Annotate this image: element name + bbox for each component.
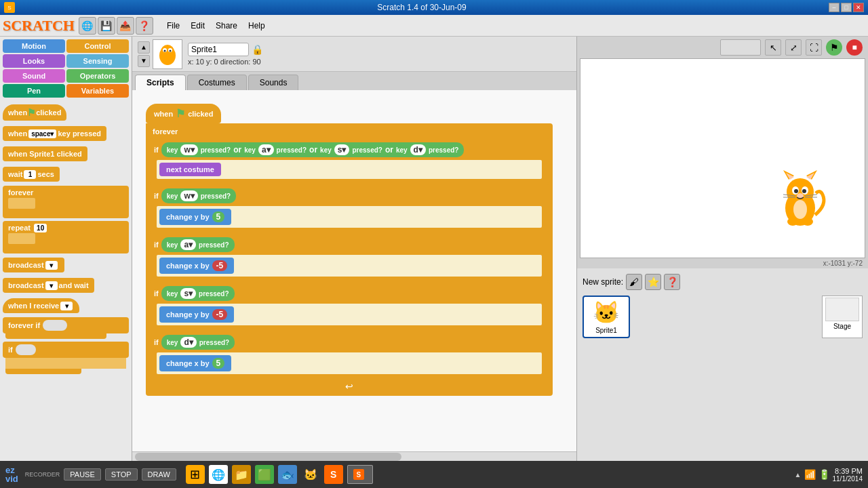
sprite-thumbnail xyxy=(153,39,182,69)
if-body-1: next costume xyxy=(157,160,542,179)
share-menu[interactable]: Share xyxy=(210,20,243,32)
fullscreen-tool[interactable]: ⛶ xyxy=(806,39,822,56)
horizontal-scrollbar[interactable] xyxy=(132,451,576,461)
sprite-tray: New sprite: 🖌 ⭐ ❓ 🐱 Sprite1 Stage xyxy=(577,268,868,461)
share-icon[interactable]: 📤 xyxy=(117,17,134,35)
change-y-neg5-block[interactable]: change y by -5 xyxy=(159,306,234,323)
pause-btn[interactable]: PAUSE xyxy=(64,468,100,481)
looks-category[interactable]: Looks xyxy=(3,54,65,68)
paint-sprite-btn[interactable]: 🖌 xyxy=(626,274,642,290)
sprite-name-input[interactable] xyxy=(188,43,249,56)
when-key-pressed-block[interactable]: when space▾ key pressed xyxy=(3,126,106,141)
when-receive-block[interactable]: when I receive ▾ xyxy=(3,298,79,313)
main-script: when ⚑ clicked forever if key w▾ pressed… xyxy=(146,104,553,396)
broadcast-wait-block[interactable]: broadcast ▾ and wait xyxy=(3,278,94,293)
stage-panel: ↖ ⤢ ⛶ ⚑ ■ xyxy=(576,37,868,461)
stop-button[interactable]: ■ xyxy=(846,39,863,56)
prev-sprite-btn[interactable]: ▲ xyxy=(138,41,150,54)
draw-btn[interactable]: DRAW xyxy=(142,468,176,481)
sprite1-label: Sprite1 xyxy=(595,327,617,334)
close-button[interactable]: ✕ xyxy=(853,3,864,12)
folder-taskbar[interactable]: 📁 xyxy=(232,465,251,484)
app2-taskbar[interactable]: 🐟 xyxy=(278,465,297,484)
tab-costumes[interactable]: Costumes xyxy=(187,75,247,90)
if-header-3: if key a▾ pressed? xyxy=(151,236,547,253)
when-clicked-block[interactable]: when ⚑ clicked xyxy=(3,104,66,121)
bottom-bar: ez vid RECORDER PAUSE STOP DRAW ⊞ 🌐 📁 🟩 … xyxy=(0,461,868,488)
sound-category[interactable]: Sound xyxy=(3,69,65,83)
if-body-5: change x by 5 xyxy=(157,352,542,374)
tab-sounds[interactable]: Sounds xyxy=(248,75,299,90)
stage-coords: x:-1031 y:-72 xyxy=(577,258,868,268)
sensing-category[interactable]: Sensing xyxy=(66,54,129,68)
next-sprite-btn[interactable]: ▼ xyxy=(138,55,150,67)
active-window-btn[interactable]: S xyxy=(347,465,373,484)
if-block-4: if key s▾ pressed? change y by -5 xyxy=(149,282,550,329)
operators-category[interactable]: Operators xyxy=(66,69,129,83)
sprite-coords: x: 10 y: 0 direction: 90 xyxy=(188,58,263,66)
if-header-2: if key w▾ pressed? xyxy=(151,187,547,205)
green-flag-button[interactable]: ⚑ xyxy=(826,39,842,56)
lock-icon: 🔒 xyxy=(252,44,263,55)
tabs-bar: Scripts Costumes Sounds xyxy=(132,72,576,90)
scripts-canvas[interactable]: when ⚑ clicked forever if key w▾ pressed… xyxy=(132,90,576,461)
motion-category[interactable]: Motion xyxy=(3,39,65,53)
minimize-button[interactable]: – xyxy=(829,3,840,12)
new-sprite-label: New sprite: xyxy=(583,277,623,287)
scratch-taskbar[interactable]: S xyxy=(324,465,343,484)
window-icon: S xyxy=(4,2,15,13)
broadcast-block[interactable]: broadcast ▾ xyxy=(3,258,64,272)
stage-controls: ↖ ⤢ ⛶ ⚑ ■ xyxy=(577,37,868,58)
change-y-5-block[interactable]: change y by 5 xyxy=(159,209,231,225)
wait-block[interactable]: wait 1 secs xyxy=(3,167,60,182)
if-condition-5: key d▾ pressed? xyxy=(161,335,235,350)
if-block[interactable]: if xyxy=(3,342,129,358)
stage-thumb[interactable]: Stage xyxy=(822,296,863,338)
svg-point-1 xyxy=(161,45,174,58)
globe-icon[interactable]: 🌐 xyxy=(79,17,96,35)
window-title: Scratch 1.4 of 30-Jun-09 xyxy=(15,3,829,12)
save-icon[interactable]: 💾 xyxy=(98,17,115,35)
file-menu[interactable]: File xyxy=(161,20,185,32)
when-sprite-clicked-block[interactable]: when Sprite1 clicked xyxy=(3,146,87,161)
minecraft-taskbar[interactable]: 🟩 xyxy=(255,465,274,484)
forever-container: forever if key w▾ pressed? or key a▾ pre… xyxy=(146,123,553,396)
next-costume-block[interactable]: next costume xyxy=(159,163,221,176)
if-body-2: change y by 5 xyxy=(157,206,542,228)
scratch-logo: SCRATCH xyxy=(3,17,75,35)
help-menu[interactable]: Help xyxy=(243,20,271,32)
stop-btn[interactable]: STOP xyxy=(105,468,138,481)
app-header: SCRATCH 🌐 💾 📤 ❓ File Edit Share Help xyxy=(0,15,868,37)
category-grid: Motion Control Looks Sensing Sound Opera… xyxy=(0,37,132,100)
control-category[interactable]: Control xyxy=(66,39,129,53)
forever-label: forever xyxy=(149,126,550,137)
forever-if-block[interactable]: forever if xyxy=(3,317,129,333)
tab-scripts[interactable]: Scripts xyxy=(135,75,186,90)
star-sprite-btn[interactable]: ⭐ xyxy=(645,274,661,290)
maximize-button[interactable]: □ xyxy=(841,3,852,12)
svg-point-22 xyxy=(802,218,813,226)
change-x-neg5-block[interactable]: change x by -5 xyxy=(159,258,234,274)
blocks-panel: Motion Control Looks Sensing Sound Opera… xyxy=(0,37,132,461)
chrome-taskbar[interactable]: 🌐 xyxy=(209,465,228,484)
if-body-3: change x by -5 xyxy=(157,255,542,277)
hat-block[interactable]: when ⚑ clicked xyxy=(146,104,221,123)
if-block-3: if key a▾ pressed? change x by -5 xyxy=(149,233,550,281)
scrollbar-thumb[interactable] xyxy=(135,453,401,461)
app3-taskbar[interactable]: 🐱 xyxy=(301,465,320,484)
cursor-tool[interactable]: ↖ xyxy=(765,39,781,56)
sprite1-thumb[interactable]: 🐱 Sprite1 xyxy=(583,296,630,338)
forever-block[interactable]: forever xyxy=(3,186,129,218)
if-condition-2: key w▾ pressed? xyxy=(161,188,237,203)
if-header-5: if key d▾ pressed? xyxy=(151,333,547,351)
change-x-5-block[interactable]: change x by 5 xyxy=(159,355,231,371)
start-button[interactable]: ⊞ xyxy=(186,465,205,484)
edit-menu[interactable]: Edit xyxy=(185,20,210,32)
resize-tool[interactable]: ⤢ xyxy=(785,39,802,56)
repeat-block[interactable]: repeat 10 xyxy=(3,221,129,253)
help-icon[interactable]: ❓ xyxy=(136,17,153,35)
import-sprite-btn[interactable]: ❓ xyxy=(664,274,680,290)
variables-category[interactable]: Variables xyxy=(66,84,129,98)
pen-category[interactable]: Pen xyxy=(3,84,65,98)
if-block-1: if key w▾ pressed? or key a▾ pressed? or… xyxy=(149,138,550,183)
